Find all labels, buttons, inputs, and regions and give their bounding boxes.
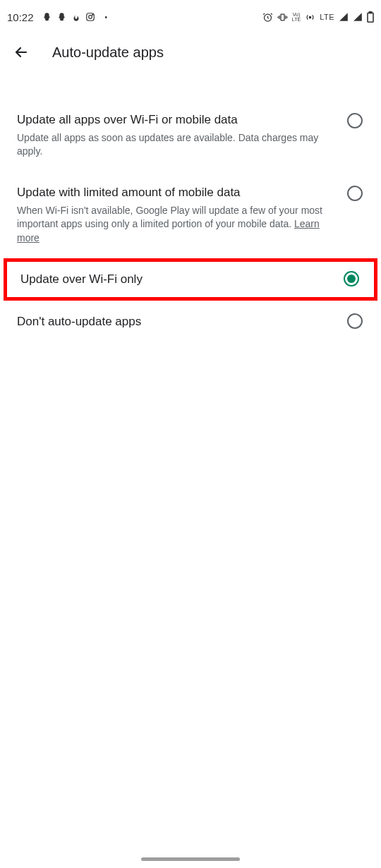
vibrate-icon	[277, 12, 288, 23]
radio-button[interactable]	[347, 186, 364, 203]
navigation-handle[interactable]	[141, 857, 240, 861]
snapchat-icon-2	[56, 12, 67, 23]
option-title: Update over Wi-Fi only	[20, 273, 329, 285]
page-title: Auto-update apps	[52, 44, 164, 61]
option-title: Update with limited amount of mobile dat…	[17, 184, 333, 201]
option-subtitle: Update all apps as soon as updates are a…	[17, 131, 333, 159]
option-limited-data[interactable]: Update with limited amount of mobile dat…	[0, 171, 381, 258]
arrow-left-icon	[13, 44, 30, 61]
tinder-icon	[71, 12, 81, 22]
dot-icon: •	[105, 13, 108, 21]
svg-rect-6	[368, 13, 373, 22]
signal-icon-2	[353, 12, 363, 22]
status-time: 10:22	[7, 11, 34, 23]
radio-button[interactable]	[344, 271, 361, 288]
svg-point-5	[309, 16, 311, 18]
back-button[interactable]	[11, 42, 31, 62]
volte-icon: Vo) LTE	[292, 12, 301, 22]
option-subtitle: When Wi-Fi isn't available, Google Play …	[17, 204, 333, 246]
svg-rect-7	[369, 12, 371, 13]
lte-label: LTE	[320, 13, 334, 21]
instagram-icon	[85, 12, 95, 22]
svg-point-2	[92, 14, 92, 15]
option-text: Update over Wi-Fi only	[20, 273, 344, 285]
signal-icon-1	[339, 12, 349, 22]
battery-icon	[367, 11, 374, 23]
option-text: Update with limited amount of mobile dat…	[17, 184, 347, 246]
options-list: Update all apps over Wi-Fi or mobile dat…	[0, 99, 381, 343]
status-right: Vo) LTE LTE	[262, 11, 374, 23]
status-bar: 10:22 • Vo) LTE LTE	[0, 0, 381, 34]
option-wifi-only[interactable]: Update over Wi-Fi only	[4, 258, 377, 301]
status-left: 10:22 •	[7, 11, 107, 23]
subtitle-text: When Wi-Fi isn't available, Google Play …	[17, 205, 322, 230]
svg-point-1	[88, 16, 92, 19]
radio-button[interactable]	[347, 113, 364, 130]
option-text: Don't auto-update apps	[17, 315, 347, 327]
snapchat-icon	[42, 12, 52, 23]
option-text: Update all apps over Wi-Fi or mobile dat…	[17, 111, 347, 159]
header: Auto-update apps	[0, 34, 381, 71]
option-update-all[interactable]: Update all apps over Wi-Fi or mobile dat…	[0, 99, 381, 171]
svg-rect-4	[281, 14, 284, 20]
alarm-icon	[262, 12, 273, 23]
option-title: Don't auto-update apps	[17, 315, 333, 327]
option-title: Update all apps over Wi-Fi or mobile dat…	[17, 111, 333, 128]
hotspot-icon	[305, 12, 315, 23]
radio-button[interactable]	[347, 313, 364, 330]
option-dont-update[interactable]: Don't auto-update apps	[0, 301, 381, 343]
